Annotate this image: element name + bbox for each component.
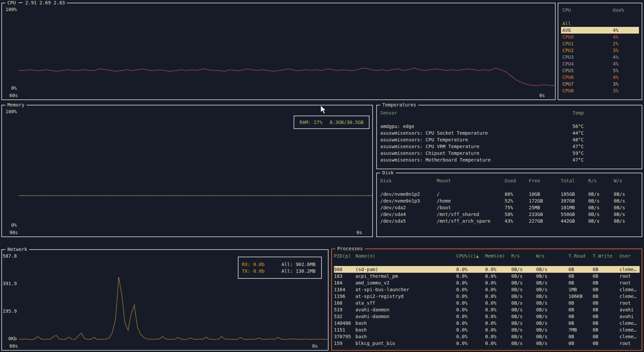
cpu-legend-row[interactable]: AVG 4%: [561, 27, 639, 34]
processes-header[interactable]: PID(p) Name(n) CPU%(c)▲ Mem%(m) R/s W/s …: [334, 253, 640, 259]
cpu-legend-row[interactable]: CPU5 5%: [561, 67, 639, 74]
cpu-usage-value: 4%: [613, 34, 618, 40]
disk-row[interactable]: /dev/nvme0n1p3 /home 52% 172GB 397GB 0B/…: [380, 197, 638, 204]
proc-col-pid[interactable]: PID(p): [334, 253, 355, 259]
cpu-legend-row[interactable]: CPU1 2%: [561, 40, 639, 47]
temperature-row[interactable]: asuswmisensors: CPU VRM Temperature 47°C: [380, 143, 638, 150]
proc-col-rs[interactable]: R/s: [511, 253, 536, 259]
cpu-legend-header[interactable]: CPU Use%: [561, 7, 639, 13]
proc-col-name[interactable]: Name(n): [355, 253, 456, 259]
process-read-rate: 0B/s: [511, 273, 536, 279]
process-row[interactable]: 1196 at-spi2-registryd 0.0% 0.0% 0B/s 0B…: [334, 293, 640, 300]
process-row[interactable]: 160 ata_sff 0.0% 0.0% 0B/s 0B/s 0B 0B ro…: [334, 300, 640, 306]
cpu-legend-row[interactable]: CPU3 4%: [561, 54, 639, 60]
cpu-legend-row[interactable]: CPU7 3%: [561, 81, 639, 87]
cpu-graph[interactable]: [19, 6, 555, 91]
cpu-legend-row[interactable]: CPU8 3%: [561, 87, 639, 94]
process-name: ata_sff: [355, 300, 456, 306]
process-row[interactable]: 183 acpi_thermal_pm 0.0% 0.0% 0B/s 0B/s …: [334, 273, 640, 279]
temperature-row[interactable]: asuswmisensors: Motherboard Temperature …: [380, 157, 638, 163]
disk-mount: /home: [437, 197, 505, 204]
process-row[interactable]: 159 blkcg_punt_bio 0.0% 0.0% 0B/s 0B/s 0…: [334, 340, 640, 347]
cpu-panel[interactable]: CPU 2.91 2.69 2.83 100% 0% 60s 0s: [1, 3, 556, 100]
process-pid: 370795: [334, 333, 355, 340]
proc-col-cpu-sort[interactable]: CPU%(c)▲: [456, 253, 485, 259]
cpu-legend-panel[interactable]: CPU Use% All AVG 4% CPU0 4% CPU1 2% CPU2: [558, 3, 642, 100]
disk-mount: /mnt/sff_shared: [437, 211, 505, 218]
proc-col-user[interactable]: User: [619, 253, 640, 259]
sensor-temp: 59°C: [572, 150, 638, 157]
disk-used: 52%: [505, 197, 529, 204]
cpu-legend-row[interactable]: CPU6 4%: [561, 74, 639, 81]
temperatures-title-label: Temperatures: [382, 101, 416, 108]
temperature-row[interactable]: amdgpu: edge 56°C: [380, 123, 638, 130]
memory-panel[interactable]: Memory RAM: 27% 8.3GB/30.5GB 100% 0% 90s…: [1, 105, 373, 237]
disk-panel[interactable]: Disk Disk Mount Used Free Total R/s W/s …: [376, 173, 642, 237]
process-user: cleme…: [619, 333, 640, 340]
disk-device: /dev/sda5: [380, 218, 437, 224]
process-row[interactable]: 370795 bash 0.0% 0.0% 0B/s 0B/s 0B 0B cl…: [334, 333, 640, 340]
cpu-legend-row[interactable]: CPU4 4%: [561, 60, 639, 67]
cpu-usage-value: 4%: [613, 27, 618, 34]
disk-title-label: Disk: [382, 169, 394, 176]
process-row[interactable]: 1151 bash 0.0% 0.0% 0B/s 0B/s 7MB 0B cle…: [334, 326, 640, 333]
disk-free: 25MB: [529, 204, 561, 211]
process-row[interactable]: 140486 bash 0.0% 0.0% 0B/s 0B/s 0B 0B cl…: [334, 320, 640, 326]
process-pid: 519: [334, 306, 355, 313]
temperature-row[interactable]: asuswmisensors: Chipset Temperature 59°C: [380, 150, 638, 157]
disk-rows: /dev/nvme0n1p2 / 86% 10GB 105GB 0B/s 0B/…: [380, 191, 638, 224]
temperature-row[interactable]: asuswmisensors: CPU Socket Temperature 4…: [380, 130, 638, 136]
process-user: avahi: [619, 306, 640, 313]
process-mem: 0.0%: [485, 293, 511, 300]
disk-total: 101MB: [561, 204, 588, 211]
temperatures-panel[interactable]: Temperatures Sensor Temp amdgpu: edge 56…: [376, 105, 642, 169]
disk-read-rate: 0B/s: [588, 204, 614, 211]
disk-col-total: Total: [561, 177, 588, 184]
process-cpu: 0.0%: [456, 313, 485, 320]
process-cpu: 0.0%: [456, 266, 485, 273]
ram-legend-box: RAM: 27% 8.3GB/30.5GB: [294, 116, 370, 129]
sensor-name: asuswmisensors: CPU Socket Temperature: [380, 130, 572, 136]
disk-row[interactable]: /dev/sda5 /mnt/sff_arch_spare 43% 227GB …: [380, 218, 638, 224]
process-name: bash: [355, 326, 456, 333]
process-pid: 1151: [334, 326, 355, 333]
disk-row[interactable]: /dev/sda4 /mnt/sff_shared 58% 233GB 550G…: [380, 211, 638, 218]
process-row[interactable]: 184 amd_iommu_v2 0.0% 0.0% 0B/s 0B/s 0B …: [334, 279, 640, 286]
process-cpu: 0.0%: [456, 340, 485, 347]
processes-panel[interactable]: Processes PID(p) Name(n) CPU%(c)▲ Mem%(m…: [331, 249, 642, 351]
cpu-legend-row[interactable]: CPU0 4%: [561, 34, 639, 40]
cpu-legend-all-row[interactable]: All: [561, 20, 639, 27]
disk-col-ws: W/s: [614, 177, 638, 184]
network-tx-label: TX: 0.0b: [242, 268, 282, 274]
process-row[interactable]: 519 avahi-daemon 0.0% 0.0% 0B/s 0B/s 0B …: [334, 306, 640, 313]
temperature-row[interactable]: asuswmisensors: CPU Temperature 48°C: [380, 136, 638, 143]
process-total-write: 0B: [593, 279, 619, 286]
network-tx-total: All: 130.2MB: [282, 268, 315, 274]
cpu-legend-row[interactable]: CPU2 3%: [561, 47, 639, 54]
disk-total: 550GB: [561, 211, 588, 218]
process-cpu: 0.0%: [456, 333, 485, 340]
disk-read-rate: 0B/s: [588, 211, 614, 218]
network-panel-title: Network: [5, 246, 29, 253]
process-row[interactable]: 988 (sd-pam) 0.0% 0.0% 0B/s 0B/s 0B 0B c…: [334, 266, 640, 273]
process-mem: 0.0%: [485, 266, 511, 273]
process-total-write: 0B: [593, 340, 619, 347]
process-write-rate: 0B/s: [536, 266, 568, 273]
proc-col-ws[interactable]: W/s: [536, 253, 568, 259]
proc-col-mem[interactable]: Mem%(m): [485, 253, 511, 259]
disk-row[interactable]: /dev/sda2 /boot 75% 25MB 101MB 0B/s 0B/s: [380, 204, 638, 211]
proc-col-twrite[interactable]: T.Write: [593, 253, 619, 259]
disk-row[interactable]: /dev/nvme0n1p2 / 86% 10GB 105GB 0B/s 0B/…: [380, 191, 638, 197]
process-row[interactable]: 532 avahi-daemon 0.0% 0.0% 0B/s 0B/s 0B …: [334, 313, 640, 320]
network-x-left-label: 60s: [9, 343, 18, 350]
process-user: cleme…: [619, 326, 640, 333]
cpu-usage-value: 3%: [613, 87, 618, 94]
network-panel[interactable]: Network RX: 0.0b All: 902.6MB TX: 0.0b A…: [1, 249, 329, 351]
cpu-usage-value: 3%: [613, 81, 618, 87]
cpu-name: CPU3: [562, 54, 613, 60]
process-row[interactable]: 1164 at-spi-bus-launcher 0.0% 0.0% 0B/s …: [334, 286, 640, 293]
proc-col-tread[interactable]: T.Read: [568, 253, 593, 259]
process-read-rate: 0B/s: [511, 293, 536, 300]
sensor-name: asuswmisensors: Motherboard Temperature: [380, 157, 572, 163]
sensor-name: asuswmisensors: Chipset Temperature: [380, 150, 572, 157]
